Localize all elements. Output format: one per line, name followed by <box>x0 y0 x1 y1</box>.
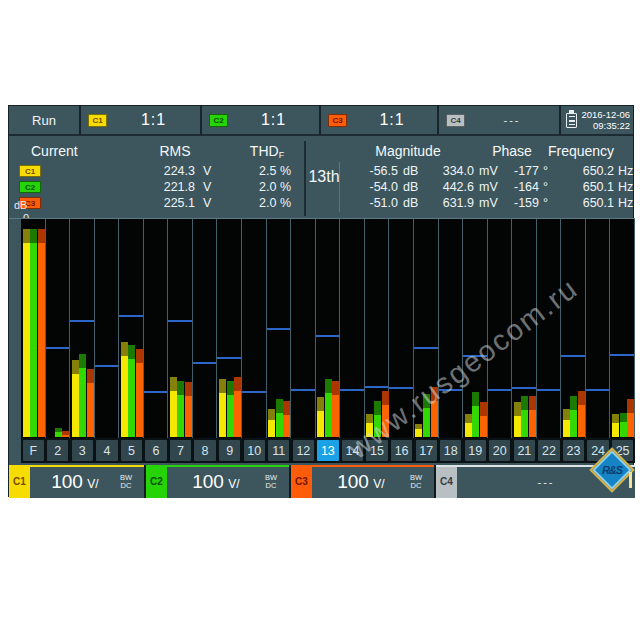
bar-c2-23 <box>570 396 577 437</box>
limit-marker <box>488 389 512 391</box>
measurement-table: Current RMS THDF C1 C2 C3 224.3 V 2.5 % … <box>9 138 633 218</box>
harmonic-label-9[interactable]: 9 <box>219 440 240 461</box>
harmonic-label-17[interactable]: 17 <box>416 440 437 461</box>
harmonic-label-5[interactable]: 5 <box>121 440 142 461</box>
c2-coupling: BWDC <box>265 474 277 490</box>
phase-unit: ° <box>543 180 548 194</box>
mag-v-value: 334.0 <box>424 164 474 178</box>
channel-c2-settings[interactable]: C2 100 V/ BWDC <box>146 465 291 498</box>
magnitude-header: Magnitude <box>346 143 470 159</box>
harmonic-label-12[interactable]: 12 <box>293 440 314 461</box>
bar-c1-F <box>23 229 30 437</box>
mag-db-value: -54.0 <box>342 180 398 194</box>
mag-v-value: 442.6 <box>424 180 474 194</box>
limit-marker <box>365 386 389 388</box>
freq-unit: Hz <box>618 180 633 194</box>
harmonic-label-11[interactable]: 11 <box>268 440 289 461</box>
bar-c3-13 <box>332 381 339 437</box>
topbar-channel-c2[interactable]: C2 1:1 <box>202 106 321 134</box>
mag-db-unit: dB <box>403 196 418 210</box>
channel-c1-settings[interactable]: C1 100 V/ BWDC <box>9 465 146 498</box>
c1-coupling: BWDC <box>120 474 132 490</box>
top-bar: Run C1 1:1 C2 1:1 C3 1:1 C4 --- 2016-1 <box>9 106 633 136</box>
bar-c1-13 <box>317 397 324 437</box>
phase-unit: ° <box>543 164 548 178</box>
harmonic-column-16 <box>389 219 414 439</box>
harmonic-column-5 <box>119 219 144 439</box>
topbar-channel-c4[interactable]: C4 --- <box>439 106 561 134</box>
bar-c1-5 <box>121 342 128 437</box>
limit-marker <box>316 335 340 337</box>
limit-marker <box>610 354 634 356</box>
limit-marker <box>463 355 487 357</box>
c1-probe-ratio: 1:1 <box>107 111 200 129</box>
limit-marker <box>537 389 561 391</box>
harmonic-label-19[interactable]: 19 <box>465 440 486 461</box>
bar-c3-F <box>38 229 45 437</box>
harmonic-label-21[interactable]: 21 <box>514 440 535 461</box>
page: Run C1 1:1 C2 1:1 C3 1:1 C4 --- 2016-1 <box>0 0 640 640</box>
phase-header: Phase <box>482 143 542 159</box>
harmonic-label-20[interactable]: 20 <box>489 440 510 461</box>
limit-marker <box>340 389 364 391</box>
limit-marker <box>389 387 413 389</box>
run-label: Run <box>32 113 56 128</box>
harmonic-label-4[interactable]: 4 <box>96 440 117 461</box>
bar-c3-7 <box>185 382 192 437</box>
current-header: Current <box>31 143 78 159</box>
harmonics-chart <box>9 218 635 438</box>
limit-marker <box>217 357 241 359</box>
limit-marker <box>561 355 585 357</box>
harmonic-label-7[interactable]: 7 <box>170 440 191 461</box>
harmonic-column-12 <box>291 219 316 439</box>
harmonic-column-23 <box>561 219 586 439</box>
limit-marker <box>439 389 463 391</box>
c2-color-strip <box>146 465 289 467</box>
bar-c2-19 <box>472 392 479 437</box>
c3-color-strip <box>291 465 434 467</box>
harmonic-label-16[interactable]: 16 <box>391 440 412 461</box>
c1-badge: C1 <box>88 114 107 127</box>
c1-scale-unit: V/ <box>87 477 98 491</box>
bar-c2-13 <box>325 379 332 437</box>
phase-unit: ° <box>543 196 548 210</box>
harmonic-column-11 <box>267 219 292 439</box>
harmonic-label-18[interactable]: 18 <box>440 440 461 461</box>
bar-c1-7 <box>170 377 177 437</box>
run-button[interactable]: Run <box>9 106 81 134</box>
channel-c3-settings[interactable]: C3 100 V/ BWDC <box>291 465 436 498</box>
bar-c3-11 <box>283 401 290 437</box>
harmonic-label-6[interactable]: 6 <box>145 440 166 461</box>
harmonic-label-10[interactable]: 10 <box>244 440 265 461</box>
harmonic-label-15[interactable]: 15 <box>366 440 387 461</box>
harmonic-label-8[interactable]: 8 <box>194 440 215 461</box>
harmonic-label-14[interactable]: 14 <box>342 440 363 461</box>
harmonic-label-13[interactable]: 13 <box>317 440 338 461</box>
harmonic-column-19 <box>463 219 488 439</box>
bar-c3-2 <box>62 431 69 437</box>
mag-db-value: -56.5 <box>342 164 398 178</box>
harmonic-column-21 <box>512 219 537 439</box>
harmonic-label-22[interactable]: 22 <box>538 440 559 461</box>
harmonic-label-3[interactable]: 3 <box>72 440 93 461</box>
harmonic-label-23[interactable]: 23 <box>563 440 584 461</box>
c3-scale-unit: V/ <box>373 477 384 491</box>
topbar-channel-c3[interactable]: C3 1:1 <box>321 106 439 134</box>
row-c1-badge: C1 <box>19 165 41 177</box>
row-c2-badge: C2 <box>19 181 41 193</box>
phase-value: -159 <box>511 196 539 210</box>
topbar-channel-c1[interactable]: C1 1:1 <box>81 106 202 134</box>
harmonic-label-2[interactable]: 2 <box>47 440 68 461</box>
bar-c2-5 <box>128 345 135 437</box>
freq-value: 650.1 <box>568 196 614 210</box>
bar-c3-15 <box>382 391 389 437</box>
harmonic-label-F[interactable]: F <box>23 440 44 461</box>
limit-marker <box>512 387 536 389</box>
bar-c1-3 <box>72 360 79 437</box>
harmonic-column-9 <box>217 219 242 439</box>
battery-icon <box>566 113 577 128</box>
c3-badge: C3 <box>328 114 347 127</box>
freq-unit: Hz <box>618 164 633 178</box>
rms-unit: V <box>203 180 211 194</box>
bar-c3-3 <box>87 369 94 437</box>
